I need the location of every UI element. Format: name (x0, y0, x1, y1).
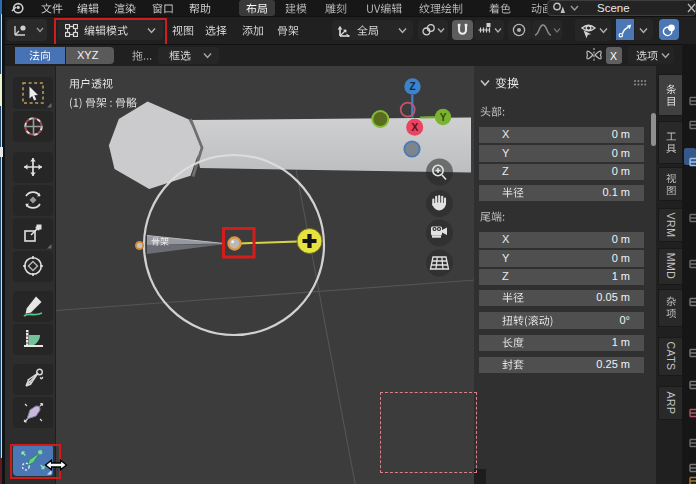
svg-text:X: X (411, 121, 418, 133)
svg-text:Y: Y (440, 112, 447, 123)
svg-text:Z: Z (409, 81, 415, 92)
